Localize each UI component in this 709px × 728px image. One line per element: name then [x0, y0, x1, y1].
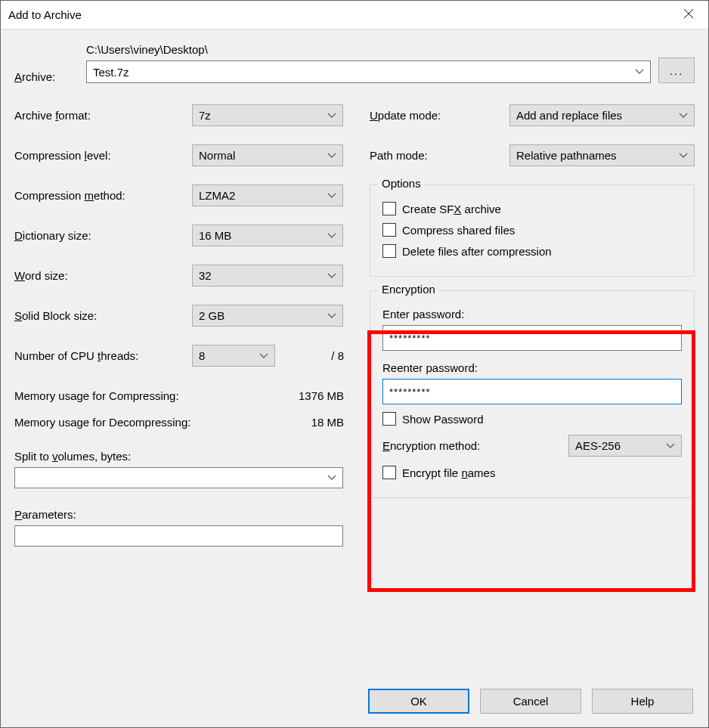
chevron-down-icon — [679, 113, 688, 119]
encryption-legend: Encryption — [378, 283, 439, 296]
chevron-down-icon — [327, 113, 336, 119]
memory-compress-label: Memory usage for Compressing: — [14, 389, 241, 402]
encryption-group: Encryption Enter password: ********* Ree… — [370, 290, 695, 498]
parameters-input[interactable] — [14, 525, 343, 547]
options-legend: Options — [378, 177, 425, 190]
compression-method-dropdown[interactable]: LZMA2 — [192, 184, 343, 206]
encryption-method-label: Encryption method: — [382, 439, 568, 452]
archive-filename-value: Test.7z — [93, 66, 129, 79]
split-volumes-label: Split to volumes, bytes: — [14, 450, 347, 463]
cpu-threads-label: Number of CPU threads: — [14, 349, 192, 362]
archive-format-label: Archive format: — [14, 109, 192, 122]
solid-block-size-label: Solid Block size: — [14, 309, 192, 322]
memory-compress-value: 1376 MB — [241, 389, 347, 402]
chevron-down-icon — [327, 475, 336, 481]
add-to-archive-dialog: Add to Archive C:\Users\viney\Desktop\ A… — [0, 0, 709, 728]
encryption-method-dropdown[interactable]: AES-256 — [568, 435, 682, 457]
checkbox-icon — [382, 466, 396, 479]
ok-button[interactable]: OK — [368, 689, 469, 714]
reenter-password-input[interactable]: ********* — [382, 379, 682, 404]
create-sfx-checkbox[interactable]: Create SFX archive — [382, 202, 682, 215]
dialog-buttons: OK Cancel Help — [14, 683, 695, 718]
solid-block-size-dropdown[interactable]: 2 GB — [192, 305, 343, 327]
compression-level-dropdown[interactable]: Normal — [192, 144, 343, 166]
dictionary-size-label: Dictionary size: — [14, 229, 192, 242]
chevron-down-icon — [327, 273, 336, 279]
right-column: Update mode: Add and replace files Path … — [370, 104, 695, 512]
word-size-dropdown[interactable]: 32 — [192, 265, 343, 287]
compression-method-label: Compression method: — [14, 189, 192, 202]
archive-path-label: C:\Users\viney\Desktop\ — [86, 43, 651, 57]
cancel-button[interactable]: Cancel — [480, 689, 581, 714]
word-size-label: Word size: — [14, 269, 192, 282]
memory-decompress-value: 18 MB — [241, 416, 347, 429]
options-group: Options Create SFX archive Compress shar… — [370, 184, 695, 277]
checkbox-icon — [382, 412, 396, 426]
chevron-down-icon — [327, 313, 336, 319]
left-column: Archive format: 7z Compression level: No… — [14, 104, 347, 547]
update-mode-dropdown[interactable]: Add and replace files — [509, 104, 695, 126]
chevron-down-icon — [679, 153, 688, 159]
close-button[interactable] — [669, 1, 708, 29]
memory-decompress-label: Memory usage for Decompressing: — [14, 416, 241, 429]
dictionary-size-dropdown[interactable]: 16 MB — [192, 225, 343, 246]
chevron-down-icon — [259, 353, 268, 359]
chevron-down-icon — [327, 153, 336, 159]
reenter-password-label: Reenter password: — [382, 361, 682, 374]
compress-shared-checkbox[interactable]: Compress shared files — [382, 223, 682, 237]
delete-after-checkbox[interactable]: Delete files after compression — [382, 244, 682, 258]
split-volumes-combobox[interactable] — [14, 467, 343, 488]
enter-password-label: Enter password: — [382, 308, 682, 321]
window-title: Add to Archive — [8, 8, 669, 21]
chevron-down-icon — [327, 233, 336, 239]
cpu-threads-dropdown[interactable]: 8 — [192, 345, 275, 367]
browse-button[interactable]: ... — [658, 57, 695, 83]
compression-level-label: Compression level: — [14, 149, 192, 162]
close-icon — [683, 8, 694, 21]
path-mode-label: Path mode: — [370, 149, 509, 162]
checkbox-icon — [382, 223, 396, 237]
archive-filename-combobox[interactable]: Test.7z — [86, 60, 651, 83]
enter-password-input[interactable]: ********* — [382, 325, 682, 351]
parameters-label: Parameters: — [14, 508, 347, 521]
archive-format-dropdown[interactable]: 7z — [192, 104, 343, 126]
titlebar: Add to Archive — [1, 1, 708, 29]
help-button[interactable]: Help — [592, 689, 693, 714]
cpu-threads-total: / 8 — [283, 349, 347, 362]
checkbox-icon — [382, 202, 396, 215]
chevron-down-icon — [635, 69, 644, 75]
checkbox-icon — [382, 244, 396, 258]
encrypt-filenames-checkbox[interactable]: Encrypt file names — [382, 466, 682, 479]
show-password-checkbox[interactable]: Show Password — [382, 412, 682, 426]
chevron-down-icon — [666, 443, 675, 449]
chevron-down-icon — [327, 193, 336, 199]
update-mode-label: Update mode: — [370, 109, 509, 122]
archive-label: Archive: — [14, 70, 79, 83]
path-mode-dropdown[interactable]: Relative pathnames — [509, 144, 695, 166]
